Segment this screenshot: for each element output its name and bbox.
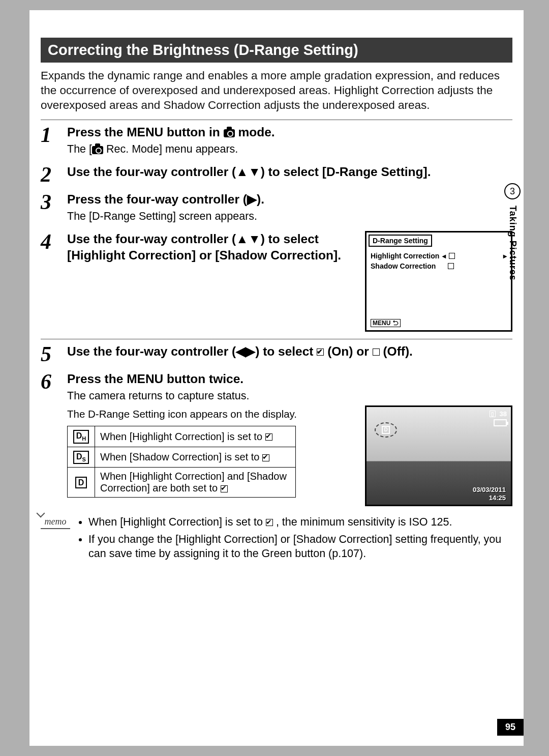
table-cell: When [Shadow Correction] is set to	[95, 447, 296, 467]
lcd-screenshot: D-Range Setting Highlight Correction ◂ ▸…	[365, 231, 512, 332]
memo-badge: memo	[41, 515, 70, 529]
step-number: 5	[41, 343, 58, 365]
step-instruction: Use the four-way controller (◀▶) to sele…	[67, 343, 512, 360]
lcd-label: Shadow Correction	[371, 262, 436, 270]
lcd-row-highlight: Highlight Correction ◂ ▸	[371, 252, 507, 260]
t: Rec. Mode] menu appears.	[103, 143, 238, 155]
t: When [Highlight Correction] and [Shadow …	[100, 471, 287, 493]
step-instruction: Press the MENU button in mode.	[67, 124, 512, 140]
table-row: DS When [Shadow Correction] is set to	[68, 447, 296, 467]
t: (On) or	[324, 344, 372, 358]
divider	[41, 339, 512, 339]
step-description: The [ Rec. Mode] menu appears.	[67, 142, 512, 157]
left-arrow-icon: ◂	[442, 252, 446, 260]
memo-block: memo When [Highlight Correction] is set …	[41, 515, 512, 564]
step-4: 4 Use the four-way controller (▲▼) to se…	[41, 231, 512, 332]
step-instruction: Press the MENU button twice.	[67, 371, 512, 387]
memo-bullet: When [Highlight Correction] is set to , …	[88, 515, 512, 530]
t: The [	[67, 143, 92, 155]
checkbox-icon	[449, 253, 455, 259]
drange-s-icon: DS	[73, 451, 89, 464]
step-2: 2 Use the four-way controller (▲▼) to se…	[41, 164, 512, 185]
step-number: 3	[41, 191, 58, 213]
lcd-menu-label: MENU ⮌	[371, 319, 401, 327]
intro-text: Expands the dynamic range and enables a …	[41, 69, 512, 112]
chapter-number: 3	[504, 183, 521, 199]
t: Press the	[67, 372, 127, 386]
t: Use the four-way controller (◀▶) to sele…	[67, 344, 317, 358]
checked-icon	[265, 433, 272, 441]
card-icon: ▯	[490, 411, 496, 417]
step-number: 2	[41, 164, 58, 185]
page-number: 95	[497, 719, 524, 736]
menu-label: MENU	[127, 372, 163, 386]
t: button twice.	[163, 372, 243, 386]
table-row: D When [Highlight Correction] and [Shado…	[68, 468, 296, 498]
divider	[41, 120, 512, 120]
t: Press the	[67, 125, 127, 139]
step-description-2: The D-Range Setting icon appears on the …	[67, 408, 355, 421]
camera-display-preview: ▯ 38 D 03/03/2011 14:25	[365, 405, 512, 506]
menu-label: MENU	[127, 125, 163, 139]
checked-icon	[266, 519, 273, 526]
chapter-title: Taking Pictures	[507, 206, 518, 281]
memo-list: When [Highlight Correction] is set to , …	[88, 515, 512, 564]
step-3: 3 Press the four-way controller (▶). The…	[41, 191, 512, 224]
t: MENU	[373, 319, 390, 327]
step-description: The camera returns to capture status.	[67, 389, 512, 403]
checked-icon	[317, 348, 324, 356]
drange-indicator-circle: D	[375, 422, 397, 438]
step-description: The [D-Range Setting] screen appears.	[67, 210, 512, 224]
checked-icon	[221, 485, 228, 492]
step-number: 6	[41, 371, 58, 392]
camera-icon	[224, 129, 235, 137]
step-5: 5 Use the four-way controller (◀▶) to se…	[41, 343, 512, 365]
d-icon: D	[382, 426, 389, 434]
drange-icon: D	[75, 477, 87, 488]
step-instruction: Press the four-way controller (▶).	[67, 191, 512, 208]
display-time: 14:25	[489, 494, 506, 502]
t: button in	[163, 125, 223, 139]
step-1: 1 Press the MENU button in mode. The [ R…	[41, 124, 512, 157]
unchecked-icon	[373, 348, 380, 356]
drange-icon-table: DH When [Highlight Correction] is set to…	[67, 426, 296, 498]
battery-icon	[494, 419, 507, 426]
t: (Off).	[380, 344, 413, 358]
table-cell: When [Highlight Correction] and [Shadow …	[95, 468, 296, 498]
lcd-label: Highlight Correction	[371, 252, 439, 260]
step-number: 4	[41, 231, 58, 252]
checkbox-icon	[448, 263, 454, 269]
t: When [Shadow Correction] is set to	[100, 451, 262, 462]
step-6: 6 Press the MENU button twice. The camer…	[41, 371, 512, 506]
manual-page: Correcting the Brightness (D-Range Setti…	[29, 10, 524, 746]
checked-icon	[262, 454, 269, 461]
camera-icon	[92, 146, 103, 154]
step-instruction: Use the four-way controller (▲▼) to sele…	[67, 164, 512, 180]
t: When [Highlight Correction] is set to	[88, 516, 266, 528]
t: , the minimum sensitivity is ISO 125.	[273, 516, 452, 528]
step-number: 1	[41, 124, 58, 146]
drange-h-icon: DH	[73, 430, 89, 443]
lcd-row-shadow: Shadow Correction	[371, 262, 507, 270]
shots-remaining: 38	[500, 410, 507, 418]
t: When [Highlight Correction] is set to	[100, 431, 265, 442]
t: mode.	[235, 125, 275, 139]
memo-bullet: If you change the [Highlight Correction]…	[88, 533, 512, 561]
step-instruction: Use the four-way controller (▲▼) to sele…	[67, 231, 355, 264]
display-date: 03/03/2011	[473, 486, 506, 493]
lcd-title: D-Range Setting	[370, 236, 431, 246]
table-cell: When [Highlight Correction] is set to	[95, 426, 296, 447]
section-title: Correcting the Brightness (D-Range Setti…	[41, 38, 512, 63]
chapter-thumb-tab: 3 Taking Pictures	[501, 183, 524, 326]
table-row: DH When [Highlight Correction] is set to	[68, 426, 296, 447]
